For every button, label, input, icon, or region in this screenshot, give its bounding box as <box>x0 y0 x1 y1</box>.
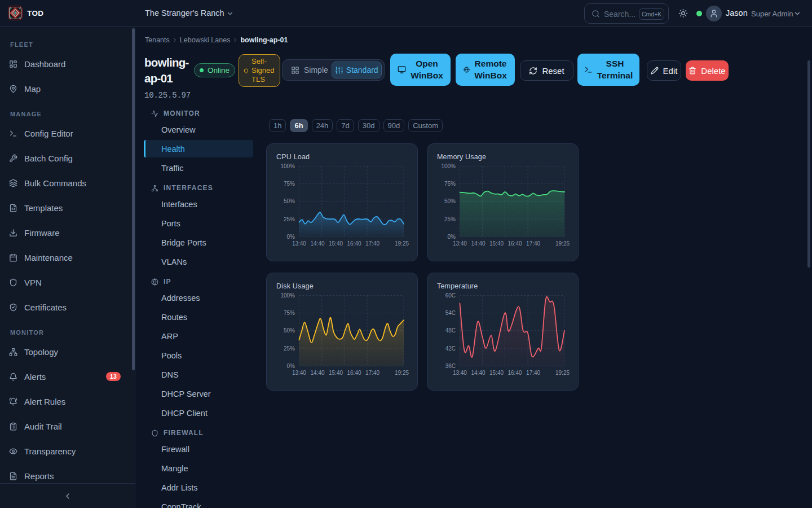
svg-text:14:40: 14:40 <box>310 370 324 376</box>
svg-text:0%: 0% <box>448 234 456 240</box>
svg-text:50%: 50% <box>284 198 295 204</box>
svg-text:60C: 60C <box>445 292 456 299</box>
svg-text:75%: 75% <box>284 181 295 187</box>
svg-text:0%: 0% <box>287 234 295 240</box>
svg-text:0%: 0% <box>287 363 295 369</box>
svg-text:25%: 25% <box>284 216 295 222</box>
svg-text:100%: 100% <box>280 292 295 299</box>
svg-text:48C: 48C <box>445 327 456 334</box>
svg-text:13:40: 13:40 <box>292 240 306 247</box>
svg-text:14:40: 14:40 <box>471 370 485 376</box>
svg-text:13:40: 13:40 <box>453 370 467 376</box>
svg-text:25%: 25% <box>284 345 295 352</box>
svg-text:16:40: 16:40 <box>347 240 361 247</box>
svg-text:16:40: 16:40 <box>347 370 361 376</box>
svg-text:17:40: 17:40 <box>365 370 379 376</box>
svg-text:17:40: 17:40 <box>365 240 379 247</box>
svg-text:14:40: 14:40 <box>471 240 485 247</box>
svg-text:54C: 54C <box>445 310 456 316</box>
svg-text:14:40: 14:40 <box>310 240 324 247</box>
svg-text:15:40: 15:40 <box>329 370 343 376</box>
svg-text:25%: 25% <box>444 216 456 222</box>
svg-text:50%: 50% <box>444 198 456 204</box>
svg-text:17:40: 17:40 <box>526 370 540 376</box>
svg-text:75%: 75% <box>444 181 456 187</box>
svg-text:19:25: 19:25 <box>555 370 570 376</box>
svg-text:17:40: 17:40 <box>526 240 540 247</box>
svg-text:100%: 100% <box>441 163 456 169</box>
svg-text:75%: 75% <box>284 310 295 316</box>
svg-text:42C: 42C <box>445 345 456 352</box>
svg-text:50%: 50% <box>284 327 295 334</box>
svg-text:13:40: 13:40 <box>292 370 306 376</box>
svg-text:15:40: 15:40 <box>329 240 343 247</box>
svg-text:19:25: 19:25 <box>555 240 570 247</box>
svg-text:19:25: 19:25 <box>395 370 409 376</box>
svg-text:15:40: 15:40 <box>489 240 504 247</box>
svg-text:15:40: 15:40 <box>489 370 504 376</box>
svg-text:100%: 100% <box>280 163 295 169</box>
svg-text:36C: 36C <box>445 363 456 369</box>
svg-text:16:40: 16:40 <box>508 240 522 247</box>
svg-text:13:40: 13:40 <box>453 240 467 247</box>
svg-text:16:40: 16:40 <box>508 370 522 376</box>
svg-text:19:25: 19:25 <box>395 240 409 247</box>
